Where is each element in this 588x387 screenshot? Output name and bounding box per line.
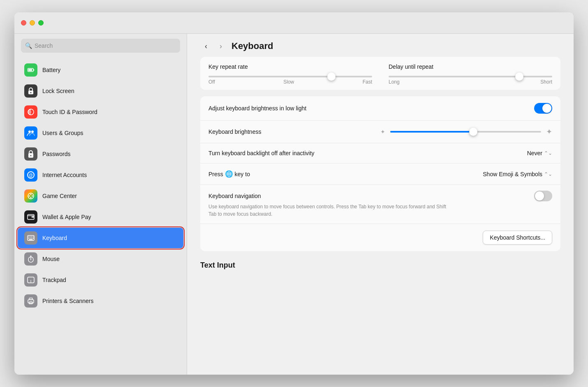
svg-point-6 <box>30 112 31 112</box>
search-icon: 🔍 <box>25 42 32 49</box>
internet-icon: @ <box>24 168 37 182</box>
keyboard-shortcuts-button[interactable]: Keyboard Shortcuts... <box>483 231 552 245</box>
delay-label: Delay until repeat <box>389 63 552 70</box>
svg-point-4 <box>30 92 32 93</box>
globe-key-arrows: ⌃⌄ <box>544 171 552 177</box>
page-title: Keyboard <box>231 41 273 51</box>
svg-rect-24 <box>30 237 31 238</box>
sliders-row: Key repeat rate Off Slow Fast <box>200 57 560 90</box>
brightness-toggle-row: Adjust keyboard brightness in low light <box>200 96 560 121</box>
sidebar-item-trackpad[interactable]: Trackpad <box>18 270 183 290</box>
sidebar-item-label: Lock Screen <box>42 88 74 94</box>
sidebar-item-battery[interactable]: Battery <box>18 60 183 80</box>
sidebar-item-label: Mouse <box>42 256 60 262</box>
brightness-low-icon: ✦ <box>380 128 385 135</box>
globe-key-row: Press 🌐 key to Show Emoji & Symbols ⌃⌄ <box>200 163 560 185</box>
wallet-icon <box>24 210 37 224</box>
keyboard-nav-description: Use keyboard navigation to move focus be… <box>208 203 455 218</box>
shortcuts-row: Keyboard Shortcuts... <box>200 224 560 251</box>
svg-rect-29 <box>31 238 32 239</box>
sidebar-item-lockscreen[interactable]: Lock Screen <box>18 81 183 101</box>
repeat-slow-label: Slow <box>283 79 294 85</box>
text-input-section-title: Text Input <box>200 258 560 275</box>
backlight-value: Never <box>527 150 542 156</box>
svg-point-7 <box>28 131 31 133</box>
keyboard-nav-toggle[interactable] <box>534 191 552 201</box>
title-bar <box>14 12 574 34</box>
sidebar-item-wallet[interactable]: Wallet & Apple Pay <box>18 207 183 227</box>
battery-icon <box>24 63 37 77</box>
search-box[interactable]: 🔍 Search <box>21 39 180 53</box>
svg-text:@: @ <box>29 173 33 177</box>
sidebar-item-printers[interactable]: Printers & Scanners <box>18 291 183 311</box>
svg-point-10 <box>30 155 32 156</box>
search-container: 🔍 Search <box>14 34 187 58</box>
press-key-label2: key to <box>235 171 250 177</box>
key-repeat-thumb[interactable] <box>327 72 336 81</box>
svg-rect-2 <box>28 69 32 71</box>
key-repeat-track <box>208 76 372 77</box>
globe-key-label: Press 🌐 key to <box>208 170 483 178</box>
sidebar-item-label: Trackpad <box>42 277 66 283</box>
sidebar-list: Battery Lock Screen Touch ID & Password <box>14 58 187 313</box>
svg-rect-28 <box>30 238 31 239</box>
backlight-label: Turn keyboard backlight off after inacti… <box>208 150 527 156</box>
svg-point-34 <box>30 256 32 257</box>
search-placeholder: Search <box>35 42 53 49</box>
key-repeat-slider[interactable] <box>208 76 372 77</box>
brightness-toggle-thumb <box>542 104 551 113</box>
sidebar-item-label: Game Center <box>42 193 77 199</box>
svg-rect-26 <box>33 237 34 238</box>
sidebar-item-internet[interactable]: @ Internet Accounts <box>18 165 183 185</box>
keyboard-nav-label: Keyboard navigation <box>208 193 534 199</box>
sidebar-item-gamecenter[interactable]: Game Center <box>18 186 183 206</box>
brightness-thumb[interactable] <box>469 128 477 136</box>
forward-button[interactable]: › <box>215 40 227 52</box>
key-repeat-slider-labels: Off Slow Fast <box>208 79 372 85</box>
mouse-icon <box>24 252 37 266</box>
maximize-button[interactable] <box>38 20 44 26</box>
delay-slider-labels: Long Short <box>389 79 552 85</box>
svg-rect-38 <box>29 298 32 300</box>
globe-key-select[interactable]: Show Emoji & Symbols ⌃⌄ <box>483 171 552 177</box>
keyboard-brightness-card: Adjust keyboard brightness in low light … <box>200 96 560 251</box>
sidebar-item-keyboard[interactable]: Keyboard <box>18 228 183 248</box>
brightness-toggle[interactable] <box>534 103 552 114</box>
back-button[interactable]: ‹ <box>200 40 212 52</box>
main-content: ‹ › Keyboard Key repeat rate <box>187 12 574 375</box>
sidebar-item-passwords[interactable]: Passwords <box>18 144 183 164</box>
sidebar-item-label: Passwords <box>42 151 70 157</box>
delay-col: Delay until repeat Long Short <box>389 63 552 85</box>
delay-short-label: Short <box>540 79 552 85</box>
gamecenter-icon <box>24 189 37 203</box>
content-body: Key repeat rate Off Slow Fast <box>187 57 574 288</box>
content-header: ‹ › Keyboard <box>187 34 574 57</box>
svg-point-17 <box>30 197 32 198</box>
svg-point-14 <box>29 196 30 197</box>
sidebar-item-mouse[interactable]: Mouse <box>18 249 183 269</box>
touchid-icon <box>24 105 37 119</box>
svg-rect-23 <box>28 237 29 238</box>
backlight-select[interactable]: Never ⌃⌄ <box>527 150 552 156</box>
close-button[interactable] <box>21 20 26 26</box>
globe-icon: 🌐 <box>225 170 233 178</box>
main-window: 🔍 Search Battery Lock Screen <box>14 12 574 375</box>
traffic-lights <box>21 20 44 26</box>
brightness-slider[interactable]: ✦ ✦ <box>380 127 552 136</box>
users-icon <box>24 126 37 140</box>
minimize-button[interactable] <box>30 20 35 26</box>
svg-rect-27 <box>28 238 29 239</box>
sidebar-item-users[interactable]: Users & Groups <box>18 123 183 143</box>
svg-rect-30 <box>33 238 34 239</box>
backlight-arrows: ⌃⌄ <box>544 150 552 156</box>
key-repeat-label: Key repeat rate <box>208 63 372 70</box>
svg-point-21 <box>32 217 33 217</box>
brightness-toggle-label: Adjust keyboard brightness in low light <box>208 105 534 112</box>
sidebar-item-touchid[interactable]: Touch ID & Password <box>18 102 183 122</box>
svg-point-8 <box>31 131 34 133</box>
repeat-fast-label: Fast <box>363 79 372 85</box>
keyboard-nav-toggle-thumb <box>535 191 544 200</box>
sidebar-item-label: Users & Groups <box>42 130 83 136</box>
brightness-slider-row: Keyboard brightness ✦ ✦ <box>200 121 560 143</box>
delay-slider[interactable] <box>389 76 552 77</box>
